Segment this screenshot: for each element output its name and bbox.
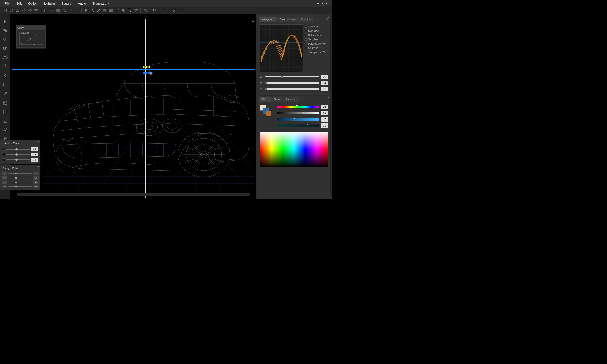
fill-icon[interactable] <box>90 8 95 13</box>
color-spectrum[interactable] <box>260 131 328 167</box>
lasso-icon[interactable] <box>3 127 8 132</box>
x-slider[interactable]: .coord-slider[style*="30"]::after{left:3… <box>265 76 319 78</box>
horizontal-scrollbar[interactable] <box>17 193 250 196</box>
arrow-icon[interactable] <box>115 8 119 13</box>
zoom-plus-icon[interactable] <box>127 8 132 13</box>
box-icon[interactable] <box>62 8 67 13</box>
send-icon[interactable] <box>172 8 177 13</box>
angle-tool-icon[interactable] <box>3 118 8 123</box>
section-mark-panel: Section Mark 42 83 34 <box>0 140 40 164</box>
pen-icon[interactable] <box>3 73 8 78</box>
ap-slider-1[interactable] <box>8 173 32 174</box>
map-icon[interactable] <box>3 109 8 114</box>
sat-slider[interactable] <box>277 118 319 121</box>
down-arrow-icon[interactable] <box>162 8 167 13</box>
axis-icon[interactable] <box>43 8 48 13</box>
svg-point-8 <box>153 9 156 11</box>
view-perspective[interactable]: Perspective View <box>305 42 328 45</box>
section-slider-3[interactable] <box>6 159 30 160</box>
menu-file[interactable]: File <box>5 2 10 5</box>
arrow-tool-icon[interactable] <box>3 91 8 96</box>
view-transparency[interactable]: Transparency View <box>305 51 328 53</box>
coord-y-row: Y 53 <box>258 80 330 86</box>
window-dot[interactable] <box>321 3 323 4</box>
pentagon-icon[interactable] <box>21 8 26 13</box>
window-dot[interactable] <box>326 3 327 4</box>
panel-menu-icon[interactable]: ☰ <box>326 97 329 101</box>
tab-void-ex[interactable]: Void Ex <box>298 17 313 22</box>
menu-option[interactable]: Option <box>28 2 37 5</box>
ap-slider-3[interactable] <box>8 182 32 182</box>
magnify-icon[interactable] <box>3 37 8 42</box>
menu-lighting[interactable]: Lighting <box>44 2 55 5</box>
cylinder-icon[interactable] <box>34 8 39 13</box>
tab-navigator[interactable]: Navigator <box>259 17 276 22</box>
book-icon[interactable] <box>109 8 113 13</box>
svg-point-12 <box>3 47 6 49</box>
alpha-slider[interactable] <box>277 124 319 127</box>
section-slider-2[interactable] <box>6 154 30 155</box>
gradient-icon[interactable] <box>96 8 101 13</box>
menu-edit[interactable]: Edit <box>16 2 22 5</box>
hue-slider[interactable] <box>277 106 319 108</box>
pin-icon[interactable] <box>3 64 8 69</box>
circle-icon[interactable] <box>9 8 14 13</box>
tab-symbols[interactable]: Symbols <box>283 97 299 102</box>
snap-icon[interactable] <box>121 8 126 13</box>
z-value[interactable]: 51 <box>321 87 328 91</box>
navigator-panel: ☰ Navigator Rank Position Void Ex <box>258 16 330 94</box>
pointer-icon[interactable] <box>84 8 89 13</box>
view-over[interactable]: Over View <box>305 25 328 28</box>
menu-transparent[interactable]: Transparent <box>92 2 109 5</box>
svg-line-49 <box>20 33 40 45</box>
viewport[interactable]: Z T123 X 5257 <box>12 19 255 198</box>
tab-color[interactable]: Color <box>259 97 271 102</box>
menu-angle[interactable]: Angle <box>78 2 86 5</box>
text-icon[interactable] <box>3 82 8 87</box>
grid-icon[interactable] <box>56 8 60 13</box>
tab-tone[interactable]: Tone <box>271 97 282 102</box>
vertical-guide[interactable] <box>145 19 145 198</box>
z-slider[interactable] <box>265 88 319 90</box>
svg-point-40 <box>141 122 158 132</box>
view-bottom[interactable]: Bottom View <box>305 34 328 37</box>
wand-icon[interactable] <box>182 8 187 13</box>
shapes-icon[interactable] <box>3 28 8 33</box>
view-top[interactable]: Top View <box>305 38 328 41</box>
orbit-icon[interactable] <box>3 55 8 60</box>
value-slider[interactable] <box>277 112 319 115</box>
y-value[interactable]: 53 <box>321 81 328 85</box>
blob-icon[interactable] <box>27 8 32 13</box>
hand-icon[interactable] <box>143 8 148 13</box>
cube-icon[interactable] <box>3 8 8 13</box>
ap-slider-2[interactable] <box>8 178 32 178</box>
target-icon[interactable] <box>50 8 54 13</box>
window-dot[interactable] <box>317 3 319 4</box>
view-side[interactable]: Side View <box>305 30 328 32</box>
color-swatches[interactable] <box>260 105 272 117</box>
navigator-curve-view[interactable] <box>260 25 303 72</box>
menu-square[interactable]: Square <box>61 2 71 5</box>
cone-icon[interactable] <box>15 8 20 13</box>
redo-icon[interactable] <box>74 8 79 13</box>
tab-rank-position[interactable]: Rank Position <box>276 17 298 22</box>
option-popup[interactable]: Option 381.2455 88.462 <box>16 25 46 49</box>
undo-icon[interactable] <box>68 8 73 13</box>
svg-point-11 <box>3 38 6 40</box>
ap-slider-4[interactable] <box>8 186 32 187</box>
menubar: File Edit Option Lighting Square Angle T… <box>0 0 332 7</box>
horizontal-guide[interactable] <box>12 69 255 70</box>
rotate-icon[interactable] <box>133 8 138 13</box>
mirror-icon[interactable] <box>102 8 107 13</box>
panel-menu-icon[interactable]: ☰ <box>326 17 329 21</box>
view-grid[interactable]: Grid View <box>305 47 328 49</box>
select-arrow-icon[interactable] <box>3 19 8 24</box>
magnify-plus-icon[interactable] <box>3 46 8 51</box>
y-slider[interactable] <box>265 82 319 84</box>
svg-point-43 <box>167 122 177 130</box>
graph-icon[interactable] <box>3 100 8 105</box>
section-slider-1[interactable] <box>6 149 30 150</box>
svg-point-0 <box>10 9 13 12</box>
x-value[interactable]: 76 <box>321 75 328 79</box>
zoom-icon[interactable] <box>153 8 158 13</box>
